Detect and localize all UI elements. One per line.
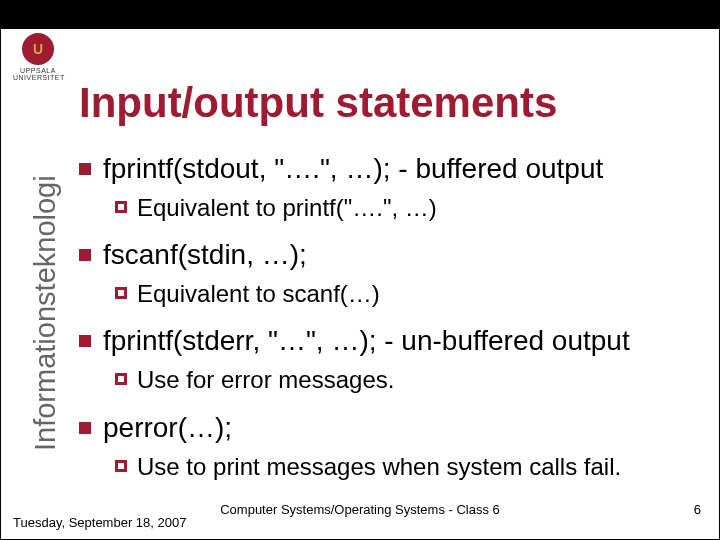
sub-bullet-text: Equivalent to scanf(…) bbox=[137, 278, 380, 309]
bullet-item: fprintf(stderr, "…", …); - un-buffered o… bbox=[79, 323, 709, 395]
hollow-square-bullet-icon bbox=[115, 201, 127, 213]
bullet-level-2: Equivalent to printf("….", …) bbox=[115, 192, 709, 223]
square-bullet-icon bbox=[79, 249, 91, 261]
square-bullet-icon bbox=[79, 163, 91, 175]
side-label: Informationsteknologi bbox=[29, 175, 62, 451]
sub-bullet-text: Equivalent to printf("….", …) bbox=[137, 192, 437, 223]
sub-bullet-text: Use for error messages. bbox=[137, 364, 394, 395]
slide: { "logo": { "short": "U", "name": "UPPSA… bbox=[0, 0, 720, 540]
hollow-square-bullet-icon bbox=[115, 373, 127, 385]
bullet-text: perror(…); bbox=[103, 410, 232, 445]
bullet-level-1: fprintf(stdout, "….", …); - buffered out… bbox=[79, 151, 709, 186]
bullet-text: fprintf(stderr, "…", …); - un-buffered o… bbox=[103, 323, 630, 358]
bullet-level-2: Equivalent to scanf(…) bbox=[115, 278, 709, 309]
bullet-item: perror(…); Use to print messages when sy… bbox=[79, 410, 709, 482]
slide-body: fprintf(stdout, "….", …); - buffered out… bbox=[79, 151, 709, 496]
footer-date: Tuesday, September 18, 2007 bbox=[13, 515, 213, 531]
slide-title: Input/output statements bbox=[79, 79, 557, 127]
square-bullet-icon bbox=[79, 422, 91, 434]
bullet-item: fprintf(stdout, "….", …); - buffered out… bbox=[79, 151, 709, 223]
square-bullet-icon bbox=[79, 335, 91, 347]
top-bar bbox=[1, 1, 719, 29]
logo-text: UPPSALA UNIVERSITET bbox=[13, 67, 63, 81]
footer-center: Computer Systems/Operating Systems - Cla… bbox=[1, 502, 719, 517]
bullet-level-1: fscanf(stdin, …); bbox=[79, 237, 709, 272]
bullet-level-2: Use to print messages when system calls … bbox=[115, 451, 709, 482]
bullet-level-1: perror(…); bbox=[79, 410, 709, 445]
hollow-square-bullet-icon bbox=[115, 287, 127, 299]
bullet-level-1: fprintf(stderr, "…", …); - un-buffered o… bbox=[79, 323, 709, 358]
university-logo: U UPPSALA UNIVERSITET bbox=[13, 33, 63, 81]
bullet-text: fscanf(stdin, …); bbox=[103, 237, 307, 272]
bullet-text: fprintf(stdout, "….", …); - buffered out… bbox=[103, 151, 603, 186]
logo-letter: U bbox=[33, 41, 43, 57]
sub-bullet-text: Use to print messages when system calls … bbox=[137, 451, 621, 482]
bullet-level-2: Use for error messages. bbox=[115, 364, 709, 395]
footer-page-number: 6 bbox=[694, 502, 701, 517]
hollow-square-bullet-icon bbox=[115, 460, 127, 472]
logo-seal-icon: U bbox=[22, 33, 54, 65]
bullet-item: fscanf(stdin, …); Equivalent to scanf(…) bbox=[79, 237, 709, 309]
